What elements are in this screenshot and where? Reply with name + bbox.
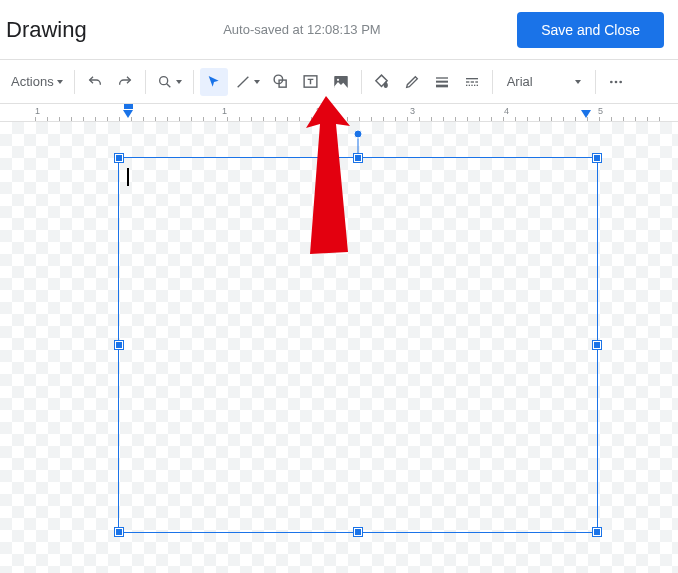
- save-and-close-button[interactable]: Save and Close: [517, 12, 664, 48]
- caret-down-icon: [57, 80, 63, 84]
- font-select-label: Arial: [507, 74, 533, 89]
- resize-handle[interactable]: [593, 154, 601, 162]
- svg-point-21: [614, 80, 617, 83]
- svg-point-20: [610, 80, 613, 83]
- svg-rect-19: [476, 84, 477, 85]
- text-cursor: [127, 168, 129, 186]
- image-icon: [332, 73, 350, 91]
- border-color-button[interactable]: [398, 68, 426, 96]
- toolbar-separator: [74, 70, 75, 94]
- horizontal-ruler: 112345: [0, 104, 678, 122]
- toolbar-separator: [492, 70, 493, 94]
- line-weight-icon: [434, 74, 450, 90]
- svg-point-0: [159, 76, 167, 84]
- resize-handle[interactable]: [593, 341, 601, 349]
- caret-down-icon: [176, 80, 182, 84]
- actions-label: Actions: [11, 74, 54, 89]
- ruler-number: 3: [410, 106, 415, 116]
- svg-rect-14: [475, 81, 478, 82]
- zoom-button[interactable]: [152, 68, 187, 96]
- line-dash-icon: [464, 74, 480, 90]
- svg-line-2: [237, 76, 248, 87]
- resize-handle[interactable]: [354, 154, 362, 162]
- fill-color-button[interactable]: [368, 68, 396, 96]
- ruler-number: 4: [504, 106, 509, 116]
- selected-textbox[interactable]: [118, 157, 598, 533]
- redo-button[interactable]: [111, 68, 139, 96]
- textbox-icon: [302, 73, 319, 90]
- resize-handle[interactable]: [115, 154, 123, 162]
- ruler-indent-marker[interactable]: [124, 104, 133, 109]
- pencil-icon: [404, 74, 420, 90]
- svg-rect-10: [436, 84, 448, 87]
- shape-tool-button[interactable]: [267, 68, 295, 96]
- svg-point-7: [337, 78, 339, 80]
- toolbar-separator: [193, 70, 194, 94]
- svg-rect-18: [474, 84, 475, 85]
- caret-down-icon: [254, 80, 260, 84]
- undo-icon: [87, 74, 103, 90]
- toolbar-separator: [361, 70, 362, 94]
- toolbar-separator: [145, 70, 146, 94]
- redo-icon: [117, 74, 133, 90]
- dialog-header: Drawing Auto-saved at 12:08:13 PM Save a…: [0, 0, 678, 60]
- paint-bucket-icon: [373, 73, 390, 90]
- svg-rect-15: [466, 84, 467, 85]
- resize-handle[interactable]: [115, 341, 123, 349]
- ruler-right-margin-marker[interactable]: [581, 110, 591, 118]
- zoom-icon: [157, 74, 173, 90]
- svg-line-1: [166, 83, 170, 87]
- more-horizontal-icon: [608, 74, 624, 90]
- ruler-number: 1: [35, 106, 40, 116]
- drawing-canvas[interactable]: [0, 122, 678, 573]
- undo-button[interactable]: [81, 68, 109, 96]
- svg-rect-12: [466, 81, 469, 82]
- dialog-title: Drawing: [6, 17, 87, 43]
- autosave-status: Auto-saved at 12:08:13 PM: [87, 22, 517, 37]
- shape-icon: [272, 73, 289, 90]
- svg-rect-11: [466, 78, 478, 79]
- cursor-icon: [206, 74, 222, 90]
- caret-down-icon: [575, 80, 581, 84]
- svg-rect-17: [471, 84, 472, 85]
- ruler-number: 2: [316, 106, 321, 116]
- ruler-number: 5: [598, 106, 603, 116]
- more-tools-button[interactable]: [602, 68, 630, 96]
- select-tool-button[interactable]: [200, 68, 228, 96]
- textbox-tool-button[interactable]: [297, 68, 325, 96]
- image-tool-button[interactable]: [327, 68, 355, 96]
- rotation-handle[interactable]: [354, 130, 363, 139]
- ruler-number: 1: [222, 106, 227, 116]
- resize-handle[interactable]: [354, 528, 362, 536]
- border-dash-button[interactable]: [458, 68, 486, 96]
- line-icon: [235, 74, 251, 90]
- svg-rect-13: [470, 81, 473, 82]
- toolbar-separator: [595, 70, 596, 94]
- svg-rect-16: [468, 84, 469, 85]
- resize-handle[interactable]: [115, 528, 123, 536]
- resize-handle[interactable]: [593, 528, 601, 536]
- toolbar: Actions Arial: [0, 60, 678, 104]
- svg-rect-9: [436, 80, 448, 82]
- svg-point-22: [619, 80, 622, 83]
- actions-menu-button[interactable]: Actions: [6, 68, 68, 96]
- svg-rect-8: [436, 77, 448, 78]
- border-weight-button[interactable]: [428, 68, 456, 96]
- line-tool-button[interactable]: [230, 68, 265, 96]
- font-select-button[interactable]: Arial: [499, 68, 589, 96]
